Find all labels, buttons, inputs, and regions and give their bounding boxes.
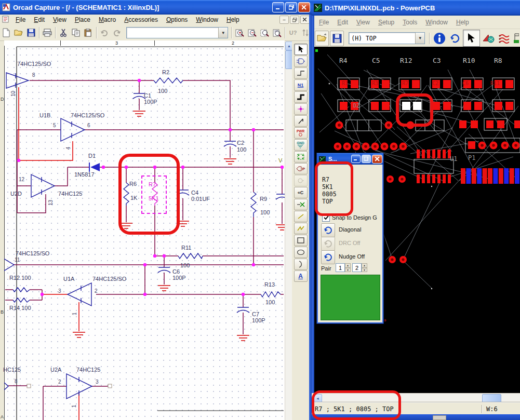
zoom-all-button[interactable]: [271, 26, 283, 39]
menu-item[interactable]: Place: [71, 15, 95, 24]
draw-line-button[interactable]: [294, 211, 308, 222]
cut-button[interactable]: [58, 26, 69, 39]
mdi-minimize-button[interactable]: –: [279, 16, 289, 24]
place-bus-entry-button[interactable]: [294, 115, 308, 127]
select-tool-button[interactable]: [294, 44, 308, 55]
zoom-in-button[interactable]: [234, 26, 245, 39]
save-button[interactable]: [25, 26, 37, 39]
menu-item[interactable]: Edit: [333, 18, 352, 27]
place-hierarchical-block-button[interactable]: [294, 151, 308, 162]
palette-maximize-button[interactable]: [362, 155, 371, 163]
place-text-button[interactable]: A: [294, 270, 308, 282]
menu-item[interactable]: Accessories: [120, 15, 162, 24]
menu-item[interactable]: File: [315, 18, 333, 27]
pair1-value[interactable]: 1: [336, 263, 345, 272]
orcad-app-icon: [2, 3, 10, 11]
print-button[interactable]: [42, 26, 53, 39]
place-offpage-connector-button[interactable]: «C: [294, 187, 308, 198]
palette-close-button[interactable]: [372, 155, 382, 164]
orcad-restore-button[interactable]: [285, 2, 297, 12]
resize-grip[interactable]: [433, 415, 446, 420]
pair2-arrows[interactable]: ▲▼: [362, 263, 367, 272]
pcb-open-button[interactable]: [315, 31, 329, 46]
snap-checkbox[interactable]: [322, 214, 330, 222]
place-ground-button[interactable]: GND: [294, 139, 308, 151]
pair1-spinner[interactable]: 1 ▲▼: [336, 263, 351, 272]
orcad-menus: FileEditViewPlaceMacroAccessoriesOptions…: [11, 15, 244, 24]
orcad-minimize-button[interactable]: [272, 2, 284, 12]
route-toolbar-button[interactable]: [497, 30, 511, 47]
palette-minimize-button[interactable]: [351, 155, 361, 163]
pointer-tool-button[interactable]: [463, 30, 480, 47]
mdi-close-button[interactable]: [300, 16, 310, 24]
info-button[interactable]: [432, 30, 447, 47]
pcb-save-button[interactable]: [330, 31, 344, 46]
combobox-dropdown-arrow[interactable]: ▼: [218, 28, 228, 38]
draw-rectangle-button[interactable]: [294, 235, 308, 246]
zoom-area-button[interactable]: [259, 26, 270, 39]
open-file-button[interactable]: [13, 26, 24, 39]
menu-item[interactable]: Tools: [398, 18, 421, 27]
nudge-button[interactable]: [321, 250, 335, 264]
pair2-spinner[interactable]: 2 ▲▼: [352, 263, 367, 272]
menu-item[interactable]: Window: [192, 15, 222, 24]
paste-button[interactable]: [83, 26, 94, 39]
draw-ellipse-button[interactable]: [294, 247, 308, 258]
schematic-vscrollbar[interactable]: ▲: [285, 42, 292, 420]
powerpcb-app-icon: [314, 4, 322, 12]
menu-item[interactable]: Window: [421, 18, 452, 27]
drafting-toolbar-button[interactable]: [512, 30, 519, 47]
pair1-arrows[interactable]: ▲▼: [345, 263, 351, 272]
zoom-out-button[interactable]: [246, 26, 258, 39]
place-hierarchical-port-button[interactable]: P: [294, 163, 308, 174]
design-toolbar-button[interactable]: [481, 30, 496, 47]
place-bus-button[interactable]: [294, 91, 308, 103]
schematic-canvas[interactable]: [4, 46, 285, 420]
drc-button[interactable]: [321, 237, 335, 251]
place-hierarchical-pin-button[interactable]: [294, 175, 308, 186]
draw-arc-button[interactable]: [294, 259, 308, 270]
palette-body: R75K10805TOP Snap to Design G Diagonal D…: [317, 165, 383, 323]
ground-icon: GND: [297, 141, 304, 145]
layer-value[interactable]: (H) TOP: [349, 35, 415, 42]
orcad-titlebar[interactable]: Orcad Capture - [/ - (SCHEMATIC1 : Xilin…: [0, 0, 312, 15]
palette-titlebar[interactable]: S...: [317, 153, 383, 165]
place-junction-button[interactable]: [294, 103, 308, 115]
place-net-alias-button[interactable]: N1: [294, 79, 308, 91]
place-wire-button[interactable]: [294, 67, 308, 79]
mdi-restore-button[interactable]: [290, 16, 299, 24]
annotate-button[interactable]: U?: [287, 26, 299, 39]
palette-info-line: 0805: [318, 191, 382, 198]
menu-item[interactable]: Setup: [374, 18, 398, 27]
orcad-close-button[interactable]: [298, 2, 310, 12]
redo-button[interactable]: [111, 26, 123, 39]
layer-combobox[interactable]: (H) TOP ▼: [349, 32, 425, 44]
place-no-connect-button[interactable]: [294, 199, 308, 210]
copy-button[interactable]: [70, 26, 82, 39]
routing-palette-window: S... R75K10805TOP Snap to Design G Diago…: [316, 153, 384, 324]
part-search-combobox[interactable]: ▼: [126, 27, 229, 38]
redraw-button[interactable]: [448, 30, 462, 47]
layer-dropdown-arrow[interactable]: ▼: [415, 33, 424, 44]
hscroll-thumb[interactable]: [482, 394, 501, 403]
scroll-left-button[interactable]: ◄: [313, 394, 322, 403]
powerpcb-titlebar[interactable]: D:\TMP\XILINXDL.pcb - PowerPCB: [312, 0, 520, 16]
schematic-label: B: [1, 309, 4, 315]
draw-polyline-button[interactable]: [294, 223, 308, 234]
menu-item[interactable]: Options: [162, 15, 192, 24]
menu-item[interactable]: Help: [452, 18, 473, 27]
diagonal-button[interactable]: [321, 223, 335, 237]
undo-button[interactable]: [99, 26, 110, 39]
pcb-hscrollbar[interactable]: ◄: [312, 393, 520, 403]
menu-item[interactable]: Macro: [95, 15, 120, 24]
menu-item[interactable]: View: [49, 15, 71, 24]
menu-item[interactable]: View: [352, 18, 374, 27]
menu-item[interactable]: Edit: [30, 15, 49, 24]
new-document-button[interactable]: [1, 26, 12, 39]
pair2-value[interactable]: 2: [352, 263, 362, 272]
place-power-button[interactable]: PWR: [294, 127, 308, 139]
menu-item[interactable]: File: [11, 15, 30, 24]
place-part-button[interactable]: [294, 56, 308, 67]
menu-item[interactable]: Help: [222, 15, 244, 24]
palette-info-line: R7: [318, 176, 382, 183]
